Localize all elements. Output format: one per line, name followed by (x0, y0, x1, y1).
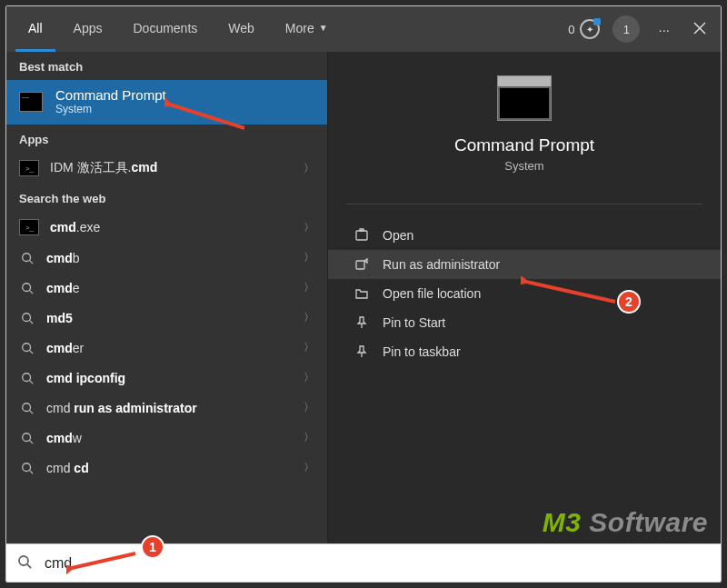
chevron-down-icon: ▼ (319, 23, 328, 33)
watermark: M3 Software (543, 507, 708, 538)
open-icon (354, 228, 370, 243)
tab-label: All (28, 21, 43, 35)
results-panel: Best match Command Prompt System Apps ID… (6, 52, 327, 543)
tab-documents[interactable]: Documents (120, 6, 210, 52)
result-label: cmd ipconfig (46, 371, 125, 385)
preview-panel: Command Prompt System Open Run as admini… (327, 52, 721, 543)
chevron-right-icon: 〉 (304, 460, 314, 475)
search-header: All Apps Documents Web More ▼ 0 ✦ 1 ··· (6, 6, 721, 52)
best-match-title: Command Prompt (55, 87, 166, 103)
svg-point-22 (19, 556, 28, 565)
web-result[interactable]: cmde 〉 (6, 273, 327, 303)
pin-icon (354, 315, 370, 330)
admin-icon (354, 257, 370, 272)
result-label: IDM 激活工具.cmd (50, 160, 157, 176)
section-best-match: Best match (6, 52, 327, 80)
svg-point-6 (23, 313, 31, 321)
result-label: cmd.exe (50, 220, 100, 234)
svg-rect-19 (356, 261, 364, 269)
divider (346, 204, 702, 204)
svg-line-7 (30, 320, 34, 324)
action-label: Open (383, 228, 413, 243)
app-result[interactable]: IDM 激活工具.cmd 〉 (6, 153, 327, 184)
svg-line-5 (30, 290, 34, 294)
reward-count: 0 (568, 23, 574, 36)
chevron-right-icon: 〉 (304, 161, 314, 176)
tab-apps[interactable]: Apps (61, 6, 115, 52)
web-result[interactable]: cmdb 〉 (6, 243, 327, 273)
action-pin-to-taskbar[interactable]: Pin to taskbar (328, 337, 721, 366)
web-result[interactable]: cmd cd 〉 (6, 453, 327, 483)
search-input[interactable] (45, 555, 710, 572)
preview-title: Command Prompt (328, 135, 721, 155)
action-open-file-location[interactable]: Open file location (328, 279, 721, 308)
preview-app-icon (497, 75, 552, 121)
svg-point-12 (23, 403, 31, 411)
svg-line-9 (30, 350, 34, 354)
tab-all[interactable]: All (15, 6, 55, 52)
svg-line-13 (30, 410, 34, 414)
chevron-right-icon: 〉 (304, 310, 314, 325)
web-result[interactable]: cmd.exe 〉 (6, 212, 327, 243)
result-label: cmd cd (46, 461, 89, 475)
search-icon (19, 342, 35, 354)
svg-point-14 (23, 433, 31, 441)
tab-label: Web (228, 21, 254, 35)
best-match-subtitle: System (55, 103, 166, 115)
svg-line-3 (30, 260, 34, 264)
action-run-as-administrator[interactable]: Run as administrator (328, 250, 721, 279)
result-label: cmder (46, 341, 84, 355)
search-icon (19, 462, 35, 474)
more-options-button[interactable]: ··· (652, 18, 675, 41)
filter-tabs: All Apps Documents Web More ▼ (15, 6, 341, 52)
command-prompt-icon (19, 92, 43, 112)
search-bar[interactable] (6, 543, 721, 582)
action-label: Pin to taskbar (383, 344, 461, 359)
chevron-right-icon: 〉 (304, 250, 314, 265)
tab-web[interactable]: Web (215, 6, 267, 52)
chevron-right-icon: 〉 (304, 430, 314, 445)
result-label: cmdb (46, 251, 80, 265)
chevron-right-icon: 〉 (304, 220, 314, 235)
reward-icon: ✦ (580, 19, 600, 39)
folder-icon (354, 286, 370, 301)
tab-label: Apps (74, 21, 103, 35)
search-icon (19, 432, 35, 444)
svg-rect-18 (356, 231, 367, 240)
web-result[interactable]: cmdw 〉 (6, 423, 327, 453)
section-apps: Apps (6, 125, 327, 153)
action-label: Pin to Start (383, 315, 445, 330)
action-pin-to-start[interactable]: Pin to Start (328, 308, 721, 337)
chevron-right-icon: 〉 (304, 370, 314, 385)
svg-line-23 (27, 564, 31, 568)
rewards-indicator[interactable]: 0 ✦ (568, 19, 600, 39)
web-result[interactable]: cmd run as administrator 〉 (6, 393, 327, 423)
close-icon (693, 22, 706, 35)
svg-point-4 (23, 283, 31, 291)
section-web: Search the web (6, 184, 327, 212)
search-icon (19, 252, 35, 264)
result-label: cmd run as administrator (46, 401, 197, 415)
web-result[interactable]: cmder 〉 (6, 333, 327, 363)
svg-point-8 (23, 343, 31, 351)
result-label: cmde (46, 281, 80, 295)
chevron-right-icon: 〉 (304, 280, 314, 295)
tab-label: Documents (133, 21, 197, 35)
cmd-file-icon (19, 160, 39, 176)
action-label: Run as administrator (383, 257, 500, 272)
web-result[interactable]: md5 〉 (6, 303, 327, 333)
result-label: md5 (46, 311, 73, 325)
tab-more[interactable]: More ▼ (273, 6, 341, 52)
best-match-result[interactable]: Command Prompt System (6, 80, 327, 125)
pin-icon (354, 344, 370, 359)
preview-subtitle: System (328, 159, 721, 173)
search-icon (19, 372, 35, 384)
svg-point-16 (23, 463, 31, 471)
svg-line-11 (30, 380, 34, 384)
web-result[interactable]: cmd ipconfig 〉 (6, 363, 327, 393)
svg-line-15 (30, 440, 34, 443)
svg-point-2 (23, 253, 31, 261)
close-button[interactable] (688, 18, 712, 41)
account-badge[interactable]: 1 (612, 15, 640, 43)
action-open[interactable]: Open (328, 221, 721, 250)
